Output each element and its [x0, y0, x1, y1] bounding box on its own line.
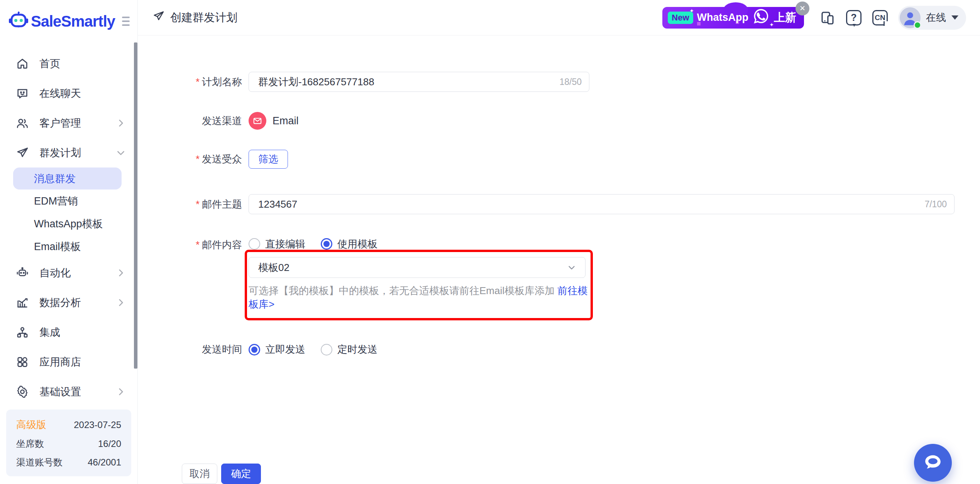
sidebar-item-label: 消息群发	[34, 172, 76, 186]
robot-logo-icon	[8, 11, 29, 32]
subscription-panel: 高级版 2023-07-25 坐席数 16/20 渠道账号数 46/2001	[6, 410, 131, 476]
plan-name-input[interactable]	[249, 72, 589, 92]
user-menu[interactable]: 在线	[898, 6, 966, 30]
confirm-button[interactable]: 确定	[221, 464, 261, 484]
devices-icon[interactable]	[819, 10, 836, 26]
template-hint: 可选择【我的模板】中的模板，若无合适模板请前往Email模板库添加 前往模板库>	[249, 284, 591, 311]
online-status-dot	[914, 21, 921, 29]
create-bulk-plan-form: 计划名称 18/50 发送渠道 Email 发送受众 筛选	[138, 36, 980, 484]
send-time-label: 发送时间	[138, 343, 242, 356]
radio-direct-edit[interactable]: 直接编辑	[249, 237, 305, 251]
plan-name-row: 计划名称 18/50	[138, 72, 980, 92]
send-icon	[15, 146, 29, 160]
subject-label: 邮件主题	[138, 198, 242, 211]
sidebar-item-live-chat[interactable]: 在线聊天	[0, 78, 137, 108]
content-label: 邮件内容	[138, 237, 242, 252]
annotation-red-box: 模板02 可选择【我的模板】中的模板，若无合适模板请前往Email模板库添加 前…	[245, 250, 593, 320]
sidebar-item-label: Email模板	[34, 240, 81, 254]
sidebar-item-label: 数据分析	[39, 296, 116, 310]
send-time-row: 发送时间 立即发送 定时发送	[138, 343, 980, 356]
close-icon[interactable]: ✕	[796, 2, 809, 15]
subject-counter: 7/100	[924, 199, 947, 210]
sidebar-item-label: 基础设置	[39, 385, 116, 399]
settings-gear-icon	[15, 385, 29, 399]
sidebar-item-automation[interactable]: 自动化	[0, 258, 137, 288]
seats-label: 坐席数	[16, 438, 44, 450]
sidebar-item-message-bulk[interactable]: 消息群发	[13, 168, 122, 190]
radio-checked-icon	[321, 238, 332, 250]
badge-suffix: 上新	[774, 10, 796, 25]
sidebar-item-edm-marketing[interactable]: EDM营销	[0, 190, 137, 212]
audience-label: 发送受众	[138, 152, 242, 166]
sidebar-item-label: 自动化	[39, 266, 116, 280]
radio-send-now[interactable]: 立即发送	[249, 343, 305, 356]
main-area: 创建群发计划 ✦ ✦ ✦ New WhatsApp 上新 ✕	[138, 0, 980, 484]
channel-accounts-value: 46/2001	[88, 457, 121, 468]
sidebar-item-label: 群发计划	[39, 146, 116, 160]
live-chat-widget-button[interactable]	[914, 444, 952, 482]
new-chip: New	[668, 12, 693, 24]
sidebar-item-label: 在线聊天	[39, 86, 126, 100]
sidebar-item-analytics[interactable]: 数据分析	[0, 288, 137, 317]
sidebar-item-integration[interactable]: 集成	[0, 317, 137, 347]
chevron-right-icon	[116, 268, 126, 278]
radio-unchecked-icon	[321, 344, 332, 355]
radio-unchecked-icon	[249, 238, 260, 250]
top-bar: 创建群发计划 ✦ ✦ ✦ New WhatsApp 上新 ✕	[138, 0, 980, 36]
audience-row: 发送受众 筛选	[138, 150, 980, 169]
cancel-button[interactable]: 取消	[182, 464, 217, 484]
template-select-value: 模板02	[258, 261, 289, 274]
whatsapp-label: WhatsApp	[697, 12, 748, 24]
avatar	[900, 7, 921, 28]
sparkle-icon: ✦	[769, 22, 774, 28]
sidebar-item-label: 集成	[39, 325, 126, 339]
analytics-icon	[15, 296, 29, 310]
sidebar-scrollbar[interactable]	[134, 42, 137, 369]
channel-name: Email	[273, 115, 299, 127]
sidebar-nav: 首页 在线聊天 客户管理 群发计划	[0, 49, 137, 406]
user-status-label: 在线	[926, 11, 946, 24]
whatsapp-promo-banner[interactable]: ✦ ✦ ✦ New WhatsApp 上新 ✕	[662, 7, 804, 29]
app-store-icon	[15, 355, 29, 369]
sidebar-item-app-store[interactable]: 应用商店	[0, 347, 137, 377]
integration-icon	[15, 325, 29, 339]
sidebar-item-email-template[interactable]: Email模板	[0, 235, 137, 258]
sidebar-item-label: EDM营销	[34, 194, 78, 208]
hamburger-icon[interactable]	[122, 17, 130, 26]
app-root: SaleSmartly 首页 在线聊天 客户管理	[0, 0, 980, 484]
email-channel-icon	[249, 112, 266, 130]
template-select[interactable]: 模板02	[249, 257, 586, 278]
home-icon	[15, 57, 29, 71]
sidebar-item-bulk-plan[interactable]: 群发计划	[0, 138, 137, 168]
chat-icon	[15, 86, 29, 100]
content-mode-radios: 直接编辑 使用模板	[249, 237, 593, 250]
sidebar-item-customers[interactable]: 客户管理	[0, 108, 137, 138]
sidebar-item-label: WhatsApp模板	[34, 217, 103, 231]
form-actions: 取消 确定	[182, 464, 980, 484]
sidebar-item-whatsapp-template[interactable]: WhatsApp模板	[0, 212, 137, 235]
plan-name-counter: 18/50	[559, 77, 582, 87]
sidebar-item-label: 应用商店	[39, 355, 126, 369]
customers-icon	[15, 116, 29, 130]
automation-robot-icon	[15, 266, 29, 280]
chevron-right-icon	[116, 387, 126, 397]
sidebar-item-home[interactable]: 首页	[0, 49, 137, 78]
brand-logo[interactable]: SaleSmartly	[0, 0, 137, 42]
whatsapp-icon	[752, 7, 770, 25]
channel-row: 发送渠道 Email	[138, 112, 980, 130]
radio-checked-icon	[249, 344, 260, 355]
chevron-down-icon	[567, 262, 577, 272]
seats-value: 16/20	[98, 438, 121, 449]
subject-input[interactable]	[249, 194, 955, 214]
plan-expiry-date: 2023-07-25	[74, 420, 121, 430]
filter-button[interactable]: 筛选	[249, 150, 288, 169]
language-cn-icon[interactable]: CN	[872, 10, 888, 26]
channel-value: Email	[249, 112, 299, 130]
radio-use-template[interactable]: 使用模板	[321, 237, 377, 251]
sidebar-item-settings[interactable]: 基础设置	[0, 377, 137, 406]
send-icon	[152, 10, 165, 25]
radio-send-scheduled[interactable]: 定时发送	[321, 343, 377, 356]
top-bar-actions: ✦ ✦ ✦ New WhatsApp 上新 ✕ ?	[662, 6, 966, 30]
plan-tier: 高级版	[16, 418, 46, 432]
help-icon[interactable]: ?	[846, 10, 862, 26]
